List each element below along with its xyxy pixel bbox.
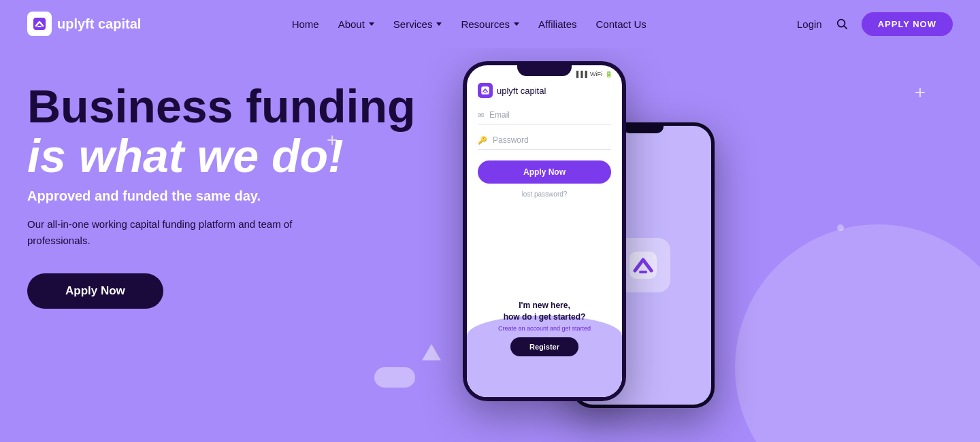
password-icon: 🔑 xyxy=(478,136,487,145)
svg-rect-4 xyxy=(481,86,489,94)
phone-form: ✉ Email 🔑 Password Apply Now lost passwo… xyxy=(467,105,622,256)
nav-about[interactable]: About xyxy=(338,18,374,30)
phone-back-notch xyxy=(623,122,664,133)
hero-title: Business funding is what we do! xyxy=(27,82,422,182)
phone-new-user-title: I'm new here,how do i get started? xyxy=(467,300,622,323)
services-chevron-icon xyxy=(436,22,442,26)
password-input-row: 🔑 Password xyxy=(478,135,611,150)
brand-name: uplyft capital xyxy=(57,16,141,32)
apply-hero-button[interactable]: Apply Now xyxy=(27,273,163,309)
phone-logo-icon xyxy=(478,83,493,98)
logo-icon xyxy=(27,12,52,36)
phone-logo-text: uplyft capital xyxy=(497,86,546,96)
nav-resources[interactable]: Resources xyxy=(461,18,519,30)
hero-left: Business funding is what we do! Approved… xyxy=(27,68,422,309)
nav-affiliates[interactable]: Affiliates xyxy=(538,18,576,30)
hero-right: ▐▐▐ WiFi 🔋 uplyft capital xyxy=(422,68,953,442)
phone-screen: ▐▐▐ WiFi 🔋 uplyft capital xyxy=(467,65,622,397)
email-icon: ✉ xyxy=(478,111,484,120)
apply-nav-button[interactable]: APPLY NOW xyxy=(862,12,953,36)
phone-notch xyxy=(517,61,572,76)
email-placeholder: Email xyxy=(489,110,510,120)
email-input-row: ✉ Email xyxy=(478,110,611,124)
hero-title-line2: is what we do! xyxy=(27,130,344,182)
phone-bottom-wave: I'm new here,how do i get started? Creat… xyxy=(467,256,622,397)
phone-lost-password[interactable]: lost password? xyxy=(478,190,611,198)
nav-contact[interactable]: Contact Us xyxy=(596,18,647,30)
password-placeholder: Password xyxy=(493,135,529,145)
nav-right: Login APPLY NOW xyxy=(797,12,953,36)
phone-front: ▐▐▐ WiFi 🔋 uplyft capital xyxy=(463,61,626,401)
about-chevron-icon xyxy=(369,22,374,26)
phone-new-user-section: I'm new here,how do i get started? Creat… xyxy=(467,300,622,356)
hero-description: Our all-in-one working capital funding p… xyxy=(27,216,313,249)
svg-rect-6 xyxy=(630,252,657,279)
svg-rect-5 xyxy=(484,92,487,92)
nav-login[interactable]: Login xyxy=(797,18,822,30)
hero-title-line1: Business funding xyxy=(27,80,415,132)
phone-create-account-text: Create an account and get started xyxy=(467,325,622,332)
brand-logo[interactable]: uplyft capital xyxy=(27,12,141,36)
phone-register-button[interactable]: Register xyxy=(510,337,578,356)
svg-rect-1 xyxy=(37,26,42,27)
pill-deco xyxy=(374,367,415,388)
phone-apply-button[interactable]: Apply Now xyxy=(478,160,611,184)
nav-links: Home About Services Resources Affiliates xyxy=(292,18,647,30)
nav-services[interactable]: Services xyxy=(393,18,442,30)
svg-rect-0 xyxy=(33,18,46,30)
svg-rect-7 xyxy=(639,271,647,273)
hero-section: + + Business funding is what we do! Appr… xyxy=(0,48,980,442)
hero-subtitle: Approved and funded the same day. xyxy=(27,188,422,204)
nav-home[interactable]: Home xyxy=(292,18,319,30)
svg-line-3 xyxy=(844,26,847,29)
phone-logo-area: uplyft capital xyxy=(467,79,622,105)
resources-chevron-icon xyxy=(514,22,519,26)
navbar: uplyft capital Home About Services Resou… xyxy=(0,0,980,48)
search-button[interactable] xyxy=(836,18,848,30)
